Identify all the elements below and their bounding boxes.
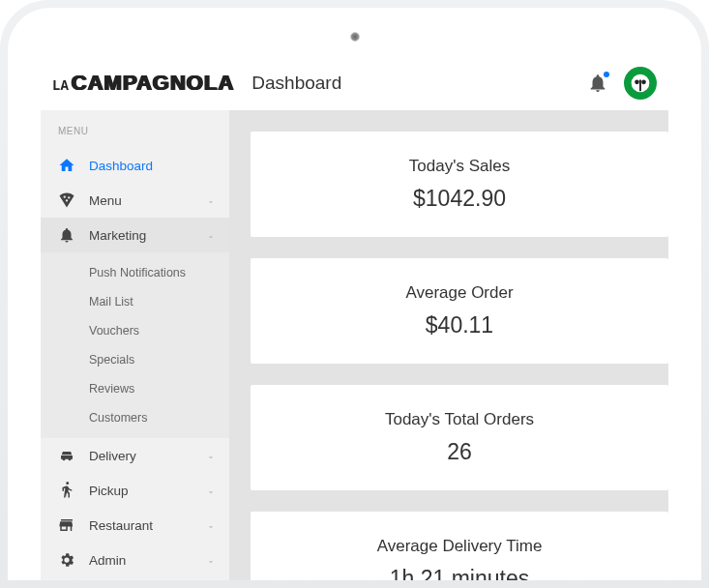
chevron-up-icon xyxy=(206,230,216,240)
chevron-down-icon xyxy=(206,555,216,565)
page-title: Dashboard xyxy=(251,73,341,94)
sidebar-subitem-specials[interactable]: Specials xyxy=(41,345,229,374)
chevron-down-icon xyxy=(206,485,216,495)
sidebar-subitem-customers[interactable]: Customers xyxy=(41,403,229,432)
sidebar-subitem-mail-list[interactable]: Mail List xyxy=(41,287,229,316)
card-title: Today's Sales xyxy=(270,157,649,176)
app: LA CAMPAGNOLA Dashboard xyxy=(41,56,668,580)
store-icon xyxy=(58,516,75,534)
card-avg-delivery-time: Average Delivery Time 1h 21 minutes xyxy=(251,512,668,580)
device-frame: LA CAMPAGNOLA Dashboard xyxy=(0,0,709,588)
sidebar-item-marketing[interactable]: Marketing xyxy=(41,218,229,252)
sidebar-item-delivery[interactable]: Delivery xyxy=(41,438,229,473)
chevron-down-icon xyxy=(206,520,216,530)
card-value: $1042.90 xyxy=(270,186,649,212)
card-value: 1h 21 minutes xyxy=(270,566,649,580)
camera-icon xyxy=(350,32,360,42)
pizza-icon xyxy=(58,191,75,209)
topbar-right xyxy=(587,67,657,100)
brand-logo[interactable]: LA CAMPAGNOLA xyxy=(52,71,234,96)
content: MENU Dashboard Menu Marketing xyxy=(41,110,668,580)
card-total-orders: Today's Total Orders 26 xyxy=(251,385,668,490)
walk-icon xyxy=(58,482,75,499)
sidebar-item-label: Marketing xyxy=(89,228,206,243)
card-title: Average Order xyxy=(270,283,649,303)
chevron-down-icon xyxy=(206,195,216,205)
brand-small: LA xyxy=(52,78,69,94)
device-screen: LA CAMPAGNOLA Dashboard xyxy=(8,8,701,580)
card-value: $40.11 xyxy=(270,312,649,338)
sidebar-subitems-marketing: Push Notifications Mail List Vouchers Sp… xyxy=(41,252,229,438)
home-icon xyxy=(58,157,75,174)
sidebar-item-label: Pickup xyxy=(89,484,206,498)
sidebar-item-label: Admin xyxy=(89,553,206,568)
sidebar-item-restaurant[interactable]: Restaurant xyxy=(41,508,229,543)
card-title: Today's Total Orders xyxy=(270,410,649,429)
notification-dot-icon xyxy=(604,72,609,77)
svg-point-2 xyxy=(635,79,639,84)
car-icon xyxy=(58,447,75,464)
svg-point-3 xyxy=(641,79,646,84)
sidebar-subitem-reviews[interactable]: Reviews xyxy=(41,374,229,403)
sidebar-subitem-vouchers[interactable]: Vouchers xyxy=(41,316,229,345)
avatar[interactable] xyxy=(624,67,657,100)
sidebar-item-dashboard[interactable]: Dashboard xyxy=(41,148,229,183)
sidebar-item-label: Restaurant xyxy=(89,518,206,533)
main: Today's Sales $1042.90 Average Order $40… xyxy=(229,110,668,580)
gear-icon xyxy=(58,551,75,569)
sidebar-item-menu[interactable]: Menu xyxy=(41,183,229,218)
sidebar-item-pickup[interactable]: Pickup xyxy=(41,473,229,508)
chevron-down-icon xyxy=(206,451,216,460)
card-title: Average Delivery Time xyxy=(270,537,649,556)
sidebar: MENU Dashboard Menu Marketing xyxy=(41,110,229,580)
sidebar-item-admin[interactable]: Admin xyxy=(41,543,229,577)
card-value: 26 xyxy=(270,439,649,465)
sidebar-subitem-push-notifications[interactable]: Push Notifications xyxy=(41,258,229,287)
topbar: LA CAMPAGNOLA Dashboard xyxy=(41,56,668,110)
sidebar-heading: MENU xyxy=(41,126,229,148)
avatar-icon xyxy=(627,70,654,97)
sidebar-item-label: Dashboard xyxy=(89,159,216,173)
svg-rect-4 xyxy=(639,79,641,91)
card-todays-sales: Today's Sales $1042.90 xyxy=(251,132,668,237)
sidebar-item-label: Menu xyxy=(89,193,206,208)
notifications-button[interactable] xyxy=(587,73,608,94)
card-average-order: Average Order $40.11 xyxy=(251,258,668,364)
bell-icon xyxy=(58,226,75,244)
brand-main: CAMPAGNOLA xyxy=(72,71,234,96)
sidebar-item-label: Delivery xyxy=(89,449,206,463)
